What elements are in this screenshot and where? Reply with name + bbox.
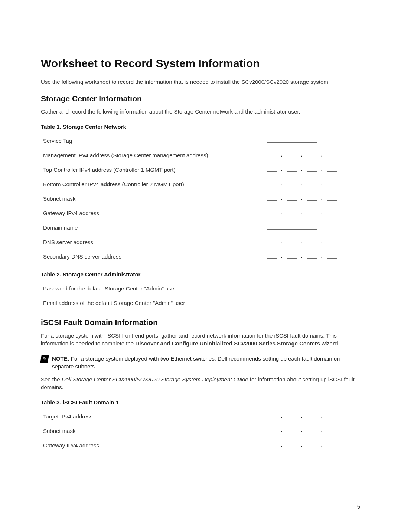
- table-row: Gateway IPv4 address ___ . ___ . ___ . _…: [41, 438, 360, 453]
- field-blank: _______________: [264, 296, 360, 310]
- page-title: Worksheet to Record System Information: [41, 56, 360, 71]
- field-label: Domain name: [41, 220, 264, 235]
- table-row: Gateway IPv4 address ___ . ___ . ___ . _…: [41, 206, 360, 220]
- reference-paragraph: See the Dell Storage Center SCv2000/SCv2…: [41, 375, 360, 391]
- page: Worksheet to Record System Information U…: [0, 0, 401, 532]
- field-label: Bottom Controller IPv4 address (Controll…: [41, 177, 264, 191]
- field-label: Top Controller IPv4 address (Controller …: [41, 162, 264, 177]
- table-row: DNS server address ___ . ___ . ___ . ___: [41, 235, 360, 249]
- field-label: Password for the default Storage Center …: [41, 281, 264, 296]
- note-text: NOTE: For a storage system deployed with…: [52, 355, 360, 370]
- ref-pre: See the: [41, 376, 62, 382]
- field-blank: ___ . ___ . ___ . ___: [264, 409, 360, 424]
- field-blank: ___ . ___ . ___ . ___: [264, 148, 360, 162]
- field-label: Target IPv4 address: [41, 409, 264, 424]
- field-label: Service Tag: [41, 134, 264, 148]
- field-label: Management IPv4 address (Storage Center …: [41, 148, 264, 162]
- page-number: 5: [357, 503, 360, 510]
- field-label: Email address of the default Storage Cen…: [41, 296, 264, 310]
- field-blank: ___ . ___ . ___ . ___: [264, 424, 360, 438]
- table-storage-center-admin: Password for the default Storage Center …: [41, 281, 360, 310]
- field-label: DNS server address: [41, 235, 264, 249]
- field-blank: ___ . ___ . ___ . ___: [264, 206, 360, 220]
- table-row: Top Controller IPv4 address (Controller …: [41, 162, 360, 177]
- field-label: Gateway IPv4 address: [41, 206, 264, 220]
- table-row: Management IPv4 address (Storage Center …: [41, 148, 360, 162]
- field-label: Subnet mask: [41, 424, 264, 438]
- intro-paragraph: Use the following worksheet to record th…: [41, 78, 360, 86]
- table-row: Subnet mask ___ . ___ . ___ . ___: [41, 424, 360, 438]
- section2-intro-post: wizard.: [320, 340, 339, 347]
- note-body: For a storage system deployed with two E…: [52, 355, 340, 370]
- table-row: Service Tag _______________: [41, 134, 360, 148]
- table2-caption: Table 2. Storage Center Administrator: [41, 270, 360, 278]
- note-icon: ✎: [40, 355, 49, 363]
- table-row: Email address of the default Storage Cen…: [41, 296, 360, 310]
- section2-intro-bold: Discover and Configure Uninitialized SCv…: [135, 340, 320, 347]
- section-heading-iscsi: iSCSI Fault Domain Information: [41, 317, 360, 328]
- field-blank: ___ . ___ . ___ . ___: [264, 162, 360, 177]
- field-blank: _______________: [264, 281, 360, 296]
- note-block: ✎ NOTE: For a storage system deployed wi…: [41, 355, 360, 370]
- table3-caption: Table 3. iSCSI Fault Domain 1: [41, 398, 360, 406]
- field-blank: ___ . ___ . ___ . ___: [264, 249, 360, 264]
- table-row: Subnet mask ___ . ___ . ___ . ___: [41, 191, 360, 206]
- field-blank: _______________: [264, 220, 360, 235]
- ref-italic: Dell Storage Center SCv2000/SCv2020 Stor…: [62, 376, 248, 382]
- field-blank: ___ . ___ . ___ . ___: [264, 438, 360, 453]
- section-heading-storage-center-info: Storage Center Information: [41, 93, 360, 104]
- field-blank: ___ . ___ . ___ . ___: [264, 177, 360, 191]
- field-label: Subnet mask: [41, 191, 264, 206]
- table-row: Password for the default Storage Center …: [41, 281, 360, 296]
- field-blank: _______________: [264, 134, 360, 148]
- note-label: NOTE:: [52, 355, 71, 362]
- field-blank: ___ . ___ . ___ . ___: [264, 235, 360, 249]
- table-row: Bottom Controller IPv4 address (Controll…: [41, 177, 360, 191]
- table-row: Secondary DNS server address ___ . ___ .…: [41, 249, 360, 264]
- section1-intro: Gather and record the following informat…: [41, 108, 360, 115]
- table-row: Target IPv4 address ___ . ___ . ___ . __…: [41, 409, 360, 424]
- field-blank: ___ . ___ . ___ . ___: [264, 191, 360, 206]
- field-label: Gateway IPv4 address: [41, 438, 264, 453]
- table-storage-center-network: Service Tag _______________ Management I…: [41, 134, 360, 264]
- section2-intro: For a storage system with iSCSI front-en…: [41, 332, 360, 347]
- field-label: Secondary DNS server address: [41, 249, 264, 264]
- table-iscsi-fault-domain-1: Target IPv4 address ___ . ___ . ___ . __…: [41, 409, 360, 453]
- table1-caption: Table 1. Storage Center Network: [41, 123, 360, 131]
- table-row: Domain name _______________: [41, 220, 360, 235]
